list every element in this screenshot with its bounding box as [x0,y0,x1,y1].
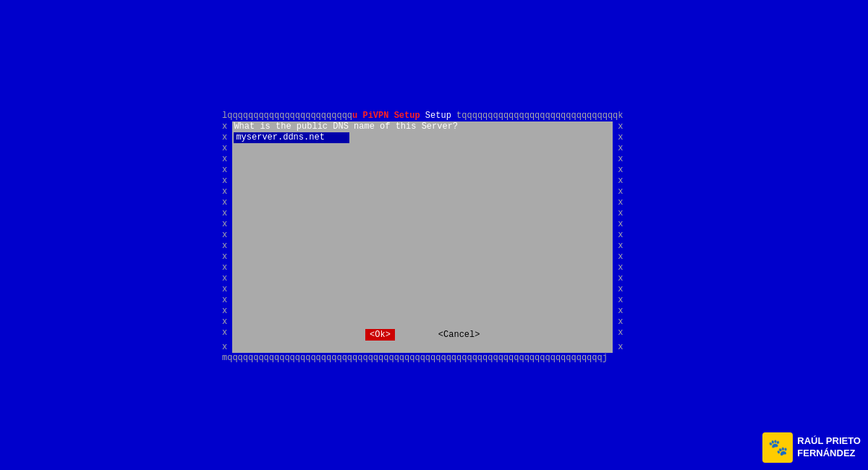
bottom-border-line: mqqqqqqqqqqqqqqqqqqqqqqqqqqqqqqqqqqqqqqq… [222,353,624,364]
watermark: 🐾 RAÚL PRIETO FERNÁNDEZ [762,432,861,463]
cancel-button[interactable]: <Cancel> [438,330,480,341]
pivpn-label: PiVPN Setup [362,111,420,121]
question-text: What is the public DNS name of this Serv… [232,121,613,132]
top-border-line: lqqqqqqqqqqqqqqqqqqqqqqqqu PiVPN Setup S… [222,111,624,121]
empty-lines: x x x x x x x x x x x x x x x x x x x x … [222,143,624,328]
main-screen: lqqqqqqqqqqqqqqqqqqqqqqqqu PiVPN Setup S… [0,0,868,470]
input-row: x myserver.ddns.net x [222,132,624,143]
dns-input[interactable]: myserver.ddns.net [234,132,349,143]
ok-button[interactable]: <Ok> [365,329,395,341]
watermark-line1: RAÚL PRIETO [797,435,861,448]
question-line: x What is the public DNS name of this Se… [222,121,624,132]
watermark-text: RAÚL PRIETO FERNÁNDEZ [797,435,861,460]
watermark-line2: FERNÁNDEZ [797,448,861,460]
terminal-dialog: lqqqqqqqqqqqqqqqqqqqqqqqqu PiVPN Setup S… [222,111,624,364]
buttons-row: x <Ok> <Cancel> x [222,328,624,342]
watermark-icon: 🐾 [762,432,793,463]
